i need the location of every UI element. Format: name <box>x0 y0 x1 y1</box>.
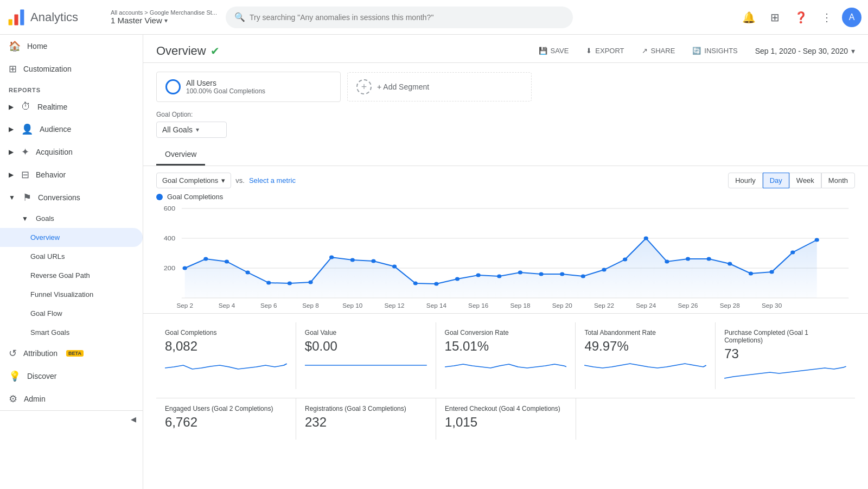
sidebar-item-overview[interactable]: Overview <box>0 228 143 247</box>
search-bar[interactable]: 🔍 <box>226 7 573 28</box>
sidebar-item-acquisition[interactable]: ▶ ✦ Acquisition <box>0 141 143 163</box>
customization-icon: ⊞ <box>9 63 17 75</box>
svg-text:Sep 8: Sep 8 <box>302 303 319 309</box>
export-icon: ⬇ <box>586 47 592 55</box>
main-layout: 🏠 Home ⊞ Customization REPORTS ▶ ⏱ Realt… <box>0 35 868 489</box>
metric-label-goal-value: Goal Value <box>305 329 427 336</box>
share-button[interactable]: ↗ SHARE <box>637 43 680 58</box>
svg-text:Sep 26: Sep 26 <box>678 303 698 309</box>
time-btn-hourly[interactable]: Hourly <box>728 173 763 188</box>
segments-row: All Users 100.00% Goal Completions + + A… <box>143 63 868 111</box>
sidebar-collapse-button[interactable]: ◀ <box>0 410 143 428</box>
logo-area: Analytics <box>7 8 104 27</box>
svg-point-29 <box>581 275 585 278</box>
time-btn-week[interactable]: Week <box>789 173 821 188</box>
select-metric-link[interactable]: Select a metric <box>249 176 296 185</box>
sidebar-item-conversions-label: Conversions <box>38 193 80 202</box>
export-button[interactable]: ⬇ EXPORT <box>582 43 628 58</box>
svg-point-37 <box>749 272 753 276</box>
chart-svg: 600 400 200 <box>156 203 855 312</box>
search-input[interactable] <box>250 13 564 22</box>
save-button[interactable]: 💾 SAVE <box>534 43 573 58</box>
tab-overview[interactable]: Overview <box>156 144 205 166</box>
goal-option-row: Goal Option: All Goals ▾ <box>143 111 868 144</box>
vs-text: vs. <box>235 176 245 185</box>
conversions-collapse-icon: ▼ <box>9 194 15 201</box>
metric-card-goal-conversion-rate: Goal Conversion Rate 15.01% <box>436 322 576 389</box>
breadcrumb-area: All accounts > Google Merchandise St... … <box>111 9 219 25</box>
home-icon: 🏠 <box>9 40 21 52</box>
sidebar-item-realtime[interactable]: ▶ ⏱ Realtime <box>0 96 143 118</box>
sidebar-item-behavior[interactable]: ▶ ⊟ Behavior <box>0 163 143 186</box>
svg-text:600: 600 <box>164 205 176 212</box>
svg-text:Sep 24: Sep 24 <box>636 303 656 309</box>
more-button[interactable]: ⋮ <box>816 7 838 28</box>
sidebar-item-attribution[interactable]: ↺ Attribution BETA <box>0 342 143 365</box>
metric-card-registrations: Registrations (Goal 3 Completions) 232 <box>296 398 436 440</box>
svg-text:Sep 20: Sep 20 <box>552 303 572 309</box>
svg-point-11 <box>203 257 208 261</box>
sidebar-item-home-label: Home <box>27 42 47 50</box>
svg-point-20 <box>392 265 397 269</box>
acquisition-collapse-icon: ▶ <box>9 148 14 156</box>
goal-option-label: Goal Option: <box>156 111 855 118</box>
verified-icon: ✔ <box>210 45 220 58</box>
metric-label-purchase-completed: Purchase Completed (Goal 1 Completions) <box>724 329 846 344</box>
sidebar-item-reverse-goal-path[interactable]: Reverse Goal Path <box>0 266 143 285</box>
add-segment[interactable]: + + Add Segment <box>347 72 532 101</box>
notifications-button[interactable]: 🔔 <box>738 7 760 28</box>
topbar: Analytics All accounts > Google Merchand… <box>0 0 868 35</box>
breadcrumb-top: All accounts > Google Merchandise St... <box>111 9 219 16</box>
metric-value-goal-completions: 8,082 <box>165 339 287 354</box>
view-selector[interactable]: 1 Master View ▾ <box>111 16 219 25</box>
metric-selector-button[interactable]: Goal Completions ▾ <box>156 173 231 188</box>
metric-selector-chevron: ▾ <box>221 176 225 185</box>
date-range-picker[interactable]: Sep 1, 2020 - Sep 30, 2020 ▾ <box>755 47 855 55</box>
svg-text:Sep 28: Sep 28 <box>720 303 740 309</box>
svg-text:Sep 14: Sep 14 <box>426 303 446 309</box>
sidebar-item-goal-flow[interactable]: Goal Flow <box>0 304 143 323</box>
time-btn-day[interactable]: Day <box>763 173 789 188</box>
time-btn-month[interactable]: Month <box>821 173 855 188</box>
search-icon: 🔍 <box>234 12 245 22</box>
svg-text:Sep 22: Sep 22 <box>594 303 614 309</box>
svg-point-28 <box>560 272 564 276</box>
svg-text:Sep 10: Sep 10 <box>342 303 362 309</box>
view-selector-chevron: ▾ <box>164 17 168 24</box>
avatar[interactable]: A <box>842 8 861 27</box>
insights-button[interactable]: 🔄 INSIGHTS <box>688 43 742 58</box>
sidebar-item-discover[interactable]: 💡 Discover <box>0 365 143 388</box>
sparkline-total-abandonment-rate <box>584 357 706 373</box>
sidebar-item-admin[interactable]: ⚙ Admin <box>0 388 143 410</box>
tab-overview-label: Overview <box>165 150 196 158</box>
help-button[interactable]: ❓ <box>790 7 812 28</box>
svg-point-26 <box>518 271 522 275</box>
sidebar-item-smart-goals[interactable]: Smart Goals <box>0 323 143 342</box>
sidebar-item-audience[interactable]: ▶ 👤 Audience <box>0 118 143 141</box>
sidebar-item-conversions[interactable]: ▼ ⚑ Conversions <box>0 186 143 209</box>
sidebar-item-acquisition-label: Acquisition <box>36 148 73 156</box>
sidebar-item-customization[interactable]: ⊞ Customization <box>0 58 143 80</box>
metric-card-engaged-users: Engaged Users (Goal 2 Completions) 6,762 <box>156 398 296 440</box>
goal-select-dropdown[interactable]: All Goals ▾ <box>156 122 227 138</box>
chart-container: 600 400 200 <box>156 203 855 313</box>
content-header: Overview ✔ 💾 SAVE ⬇ EXPORT ↗ SHARE <box>143 35 868 63</box>
svg-point-40 <box>815 238 819 242</box>
page-title: Overview <box>156 44 206 58</box>
svg-point-15 <box>288 282 292 285</box>
metric-selector-value: Goal Completions <box>162 176 218 185</box>
sidebar-item-goal-urls[interactable]: Goal URLs <box>0 247 143 266</box>
metric-label-entered-checkout: Entered Checkout (Goal 4 Completions) <box>445 405 567 412</box>
legend-dot <box>156 194 163 200</box>
sidebar-item-goals[interactable]: ▼ Goals <box>0 209 143 228</box>
segment-info: All Users 100.00% Goal Completions <box>186 79 265 95</box>
sidebar-item-funnel-visualization[interactable]: Funnel Visualization <box>0 285 143 304</box>
svg-point-33 <box>665 260 669 264</box>
content-title-area: Overview ✔ <box>156 44 220 58</box>
legend-label: Goal Completions <box>167 193 223 201</box>
svg-point-10 <box>183 266 187 270</box>
sidebar-item-home[interactable]: 🏠 Home <box>0 35 143 58</box>
apps-button[interactable]: ⊞ <box>764 7 786 28</box>
add-segment-text: + Add Segment <box>377 82 429 91</box>
all-users-segment[interactable]: All Users 100.00% Goal Completions <box>156 72 341 102</box>
